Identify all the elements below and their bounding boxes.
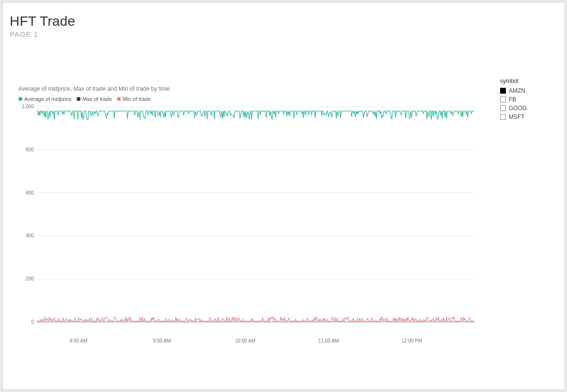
svg-text:9:00 AM: 9:00 AM — [153, 338, 171, 343]
chart-series — [37, 111, 474, 322]
report-title: HFT Trade — [10, 14, 75, 29]
legend-item-avg[interactable]: Average of midprice — [18, 96, 72, 102]
svg-text:8:00 AM: 8:00 AM — [70, 338, 88, 343]
title-block: HFT Trade PAGE 1 — [10, 14, 75, 38]
legend-label-min: Min of trade — [123, 96, 151, 102]
slicer-item-label: MSFT — [509, 113, 525, 121]
chart-plot-area[interactable]: 02004006008001,000 8:00 AM9:00 AM10:00 A… — [18, 104, 479, 351]
legend-swatch-avg — [18, 97, 22, 101]
symbol-slicer: symbol AMZNFBGOOGMSFT — [500, 78, 553, 121]
x-axis: 8:00 AM9:00 AM10:00 AM11:00 AM12:00 PM — [70, 338, 422, 343]
svg-text:200: 200 — [26, 276, 34, 281]
checkbox-icon[interactable] — [500, 114, 506, 120]
report-canvas: HFT Trade PAGE 1 Average of midprice, Ma… — [3, 3, 564, 389]
svg-text:10:00 AM: 10:00 AM — [235, 338, 255, 343]
checkbox-icon[interactable] — [500, 105, 506, 111]
svg-text:600: 600 — [26, 190, 34, 196]
report-subtitle: PAGE 1 — [10, 30, 75, 38]
legend-swatch-min — [117, 97, 121, 101]
slicer-title: symbol — [500, 78, 553, 84]
slicer-item-label: AMZN — [509, 86, 525, 95]
checkbox-icon[interactable] — [500, 88, 506, 94]
slicer-item-amzn[interactable]: AMZN — [500, 86, 553, 95]
slicer-item-fb[interactable]: FB — [500, 95, 553, 104]
slicer-item-msft[interactable]: MSFT — [500, 113, 553, 121]
svg-text:800: 800 — [26, 147, 34, 152]
chart-legend: Average of midprice Max of trade Min of … — [18, 96, 151, 102]
series-line — [37, 111, 474, 120]
series-line — [37, 321, 474, 322]
y-axis: 02004006008001,000 — [22, 104, 474, 325]
legend-swatch-max — [77, 97, 81, 101]
checkbox-icon[interactable] — [500, 97, 506, 102]
slicer-item-goog[interactable]: GOOG — [500, 104, 553, 113]
svg-text:0: 0 — [31, 319, 34, 325]
svg-text:11:00 AM: 11:00 AM — [318, 338, 339, 343]
slicer-item-label: GOOG — [509, 104, 527, 113]
series-line — [37, 317, 474, 321]
legend-label-avg: Average of midprice — [24, 96, 72, 102]
legend-item-min[interactable]: Min of trade — [117, 96, 151, 102]
legend-label-max: Max of trade — [82, 96, 112, 102]
slicer-item-label: FB — [509, 95, 516, 104]
svg-text:400: 400 — [26, 233, 34, 238]
legend-item-max[interactable]: Max of trade — [77, 96, 112, 102]
svg-text:12:00 PM: 12:00 PM — [402, 338, 422, 343]
chart-title: Average of midprice, Max of trade and Mi… — [18, 85, 170, 92]
svg-text:1,000: 1,000 — [22, 104, 34, 109]
